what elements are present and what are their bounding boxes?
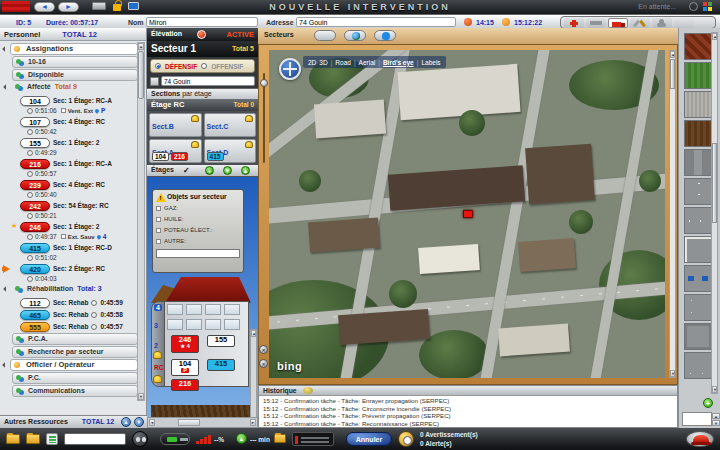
scroll-thumb[interactable] (178, 419, 200, 426)
menu-3d[interactable]: 3D (319, 59, 327, 66)
elevation-hscrollbar[interactable]: ◄ ► (147, 417, 258, 428)
road-tile[interactable] (684, 294, 712, 321)
floor-label-3[interactable]: 3 (154, 322, 158, 329)
palette-spinbox[interactable]: ▲ ▼ (682, 412, 712, 426)
poteau-checkbox[interactable] (156, 228, 161, 233)
search-unit-input[interactable] (64, 433, 126, 445)
menu-2d[interactable]: 2D (308, 59, 316, 66)
autres-ressources-bar[interactable]: Autres RessourcesTOTAL 12 ▲ ▼ (0, 415, 147, 428)
spin-down-icon[interactable]: ▼ (712, 420, 720, 426)
pan-button[interactable] (374, 30, 396, 41)
address-input[interactable] (296, 17, 456, 27)
unit-badge[interactable]: 239 (20, 180, 50, 190)
unit-chip-415[interactable]: 415 (207, 359, 235, 371)
incident-marker[interactable] (463, 210, 473, 218)
move-down-button[interactable]: ▼ (223, 166, 232, 175)
expand-arrow[interactable] (3, 286, 9, 292)
building-icon[interactable] (150, 77, 159, 86)
compass-control[interactable] (279, 58, 301, 80)
expand-arrow[interactable] (3, 84, 9, 90)
record-icon[interactable] (197, 30, 206, 39)
map-side-button[interactable]: ✕ (259, 359, 268, 368)
unit-badge[interactable]: 155 (20, 138, 50, 148)
collapse-up-button[interactable]: ▲ (121, 417, 131, 427)
floor-label-2[interactable]: 2 (154, 342, 158, 349)
road-tile[interactable] (684, 323, 712, 350)
secteur-tool-button[interactable] (314, 30, 336, 41)
tools-button[interactable] (630, 18, 650, 28)
task-checkbox[interactable] (61, 108, 66, 113)
scroll-right-icon[interactable]: ► (250, 419, 256, 426)
historique-header[interactable]: Historique (259, 386, 677, 396)
tree-node-disponible[interactable]: Disponible (12, 69, 138, 81)
task-checkbox[interactable] (61, 234, 66, 239)
person-button[interactable] (652, 18, 672, 28)
road-tile[interactable] (684, 149, 712, 176)
tree-node-affecte[interactable]: AffectéTotal 9 (12, 82, 138, 94)
unit-badge[interactable]: 216 (171, 152, 188, 161)
unit-badge[interactable]: 420 (20, 264, 50, 274)
refresh-icon[interactable] (689, 2, 698, 11)
roof-texture-tile[interactable] (684, 33, 712, 60)
menu-labels[interactable]: Labels (421, 59, 440, 66)
autre-checkbox[interactable] (156, 239, 161, 244)
section-cell-c[interactable]: Sect.C (204, 113, 257, 137)
unit-chip-216[interactable]: 216 (171, 379, 199, 391)
floor-label-4[interactable]: 4 (154, 304, 162, 311)
binoculars-button[interactable] (132, 431, 148, 447)
map-scrollbar[interactable]: ▲ ▼ (669, 50, 676, 378)
scroll-up-icon[interactable]: ▲ (670, 51, 675, 58)
scroll-thumb[interactable] (138, 51, 144, 99)
elevation-address-input[interactable] (161, 76, 255, 86)
expand-arrow[interactable] (2, 362, 8, 368)
unit-badge[interactable]: 465 (20, 310, 50, 320)
road-tile-horizontal[interactable] (684, 207, 712, 234)
unit-badge[interactable]: 246 (20, 222, 50, 232)
tree-node-assignations[interactable]: Assignations (10, 43, 138, 55)
tree-node-officier[interactable]: Officier / Opérateur (10, 359, 138, 371)
grass-texture-tile[interactable] (684, 62, 712, 89)
road-tile-vertical[interactable] (684, 178, 712, 205)
floor-label-rc[interactable]: RC (154, 364, 163, 371)
expand-arrow[interactable] (2, 46, 8, 52)
unit-badge[interactable]: 415 (20, 243, 50, 253)
tree-node-rehabilitation[interactable]: RéhabilitationTotal: 3 (12, 284, 138, 296)
scroll-left-icon[interactable]: ◄ (149, 419, 155, 426)
menu-aerial[interactable]: Aerial (359, 59, 376, 66)
tree-node-recherche[interactable]: Recherche par secteur (12, 346, 138, 358)
clipboard-icon[interactable] (46, 433, 58, 445)
scroll-down-icon[interactable]: ▼ (712, 386, 717, 393)
ladder-button[interactable] (586, 18, 606, 28)
unit-badge[interactable]: 107 (20, 117, 50, 127)
autre-input[interactable] (156, 249, 240, 258)
palette-scrollbar[interactable]: ▲ ▼ (711, 32, 718, 394)
collapse-down-button[interactable]: ▼ (134, 417, 144, 427)
road-tile[interactable] (684, 352, 712, 379)
unit-chip-155[interactable]: 155 (207, 335, 235, 347)
gravel-texture-tile[interactable] (684, 91, 712, 118)
unit-badge[interactable]: 415 (207, 152, 224, 161)
scroll-down-icon[interactable]: ▼ (670, 370, 675, 377)
elevation-canvas[interactable]: ! Objets sur secteur GAZ: HUILE: POTEAU … (147, 177, 258, 417)
road-tile-vehicles[interactable] (684, 265, 712, 292)
menu-road[interactable]: Road (335, 59, 351, 66)
unit-chip-104[interactable]: 104P (171, 359, 199, 376)
personnel-scrollbar[interactable]: ▲ ▼ (137, 42, 145, 401)
unit-badge[interactable]: 555 (20, 322, 50, 332)
folder-icon[interactable] (6, 434, 20, 444)
firetruck-button[interactable] (608, 18, 628, 28)
check-button[interactable]: ✓ (183, 166, 190, 175)
scroll-thumb[interactable] (670, 59, 675, 89)
huile-checkbox[interactable] (156, 217, 161, 222)
unit-badge[interactable]: 242 (20, 201, 50, 211)
scroll-up-icon[interactable]: ▲ (138, 43, 144, 50)
section-cell-a[interactable]: Sect.A 104216 (149, 139, 202, 163)
unit-badge[interactable]: 112 (20, 298, 50, 308)
folder-icon[interactable] (274, 434, 286, 443)
defensif-radio[interactable] (155, 63, 161, 69)
add-floor-button[interactable]: + (205, 166, 214, 175)
scroll-up-icon[interactable]: ▲ (712, 33, 717, 40)
scroll-thumb[interactable] (712, 143, 717, 223)
spin-up-icon[interactable]: ▲ (712, 413, 720, 419)
gaz-checkbox[interactable] (156, 206, 161, 211)
